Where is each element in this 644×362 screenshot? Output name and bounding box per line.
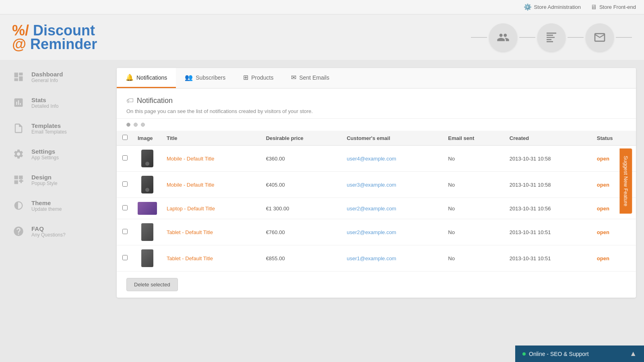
row-checkbox-3[interactable] [122, 229, 128, 234]
select-all-checkbox[interactable] [122, 135, 128, 140]
product-img-tablet [141, 249, 153, 267]
store-admin-link[interactable]: ⚙️ Store Administration [524, 3, 581, 11]
created-cell: 2013-10-31 10:51 [505, 219, 592, 245]
row-image-cell [133, 219, 162, 245]
table-row: Mobile - Default Title€360.00user4@examp… [117, 146, 636, 172]
header-line-right [568, 37, 584, 38]
col-header-customer-email: Customer's email [342, 131, 443, 146]
created-cell: 2013-10-31 10:51 [505, 245, 592, 272]
tabs: 🔔 Notifications 👥 Subscribers ⊞ Products… [117, 68, 636, 88]
stats-header-btn[interactable] [537, 23, 566, 51]
delete-selected-button[interactable]: Delete selected [126, 278, 178, 291]
logo-reminder: Reminder [26, 36, 97, 52]
sidebar-item-faq[interactable]: FAQ Any Questions? [0, 218, 109, 244]
status-cell[interactable]: open [597, 255, 609, 261]
store-frontend-link[interactable]: 🖥 Store Front-end [590, 4, 636, 11]
sidebar-settings-sub: App Settings [31, 155, 59, 160]
status-cell[interactable]: open [597, 229, 609, 235]
pagination-dots [117, 119, 636, 131]
design-icon [11, 173, 26, 187]
stats-icon [11, 95, 26, 110]
product-img-tablet [141, 223, 153, 241]
email-sent-cell: No [443, 219, 505, 245]
logo: %/ Discount @ Reminder [12, 23, 97, 52]
sidebar-faq-text: FAQ Any Questions? [31, 225, 66, 238]
main-layout: Dashboard General Info Stats Detailed In… [0, 60, 644, 362]
row-checkbox-4[interactable] [122, 255, 128, 260]
suggest-new-feature[interactable]: Suggest New Feature [620, 148, 632, 214]
sidebar-settings-title: Settings [31, 148, 59, 155]
customer-email-link[interactable]: user2@example.com [347, 206, 396, 212]
tab-products[interactable]: ⊞ Products [234, 68, 282, 88]
tab-subscribers-icon: 👥 [185, 74, 193, 81]
tab-products-label: Products [251, 74, 273, 81]
sidebar-item-theme[interactable]: Theme Update theme [0, 193, 109, 218]
sidebar-templates-sub: Email Templates [31, 129, 67, 135]
row-image-cell [133, 146, 162, 172]
notification-header: 🏷 Notification On this page you can see … [117, 88, 636, 119]
online-seo-label: Online - SEO & Support [529, 351, 589, 357]
header-line-end [616, 37, 632, 38]
row-checkbox-2[interactable] [122, 205, 128, 210]
page-dot-1[interactable] [126, 123, 130, 127]
sidebar-dashboard-title: Dashboard [31, 71, 63, 78]
sidebar-item-templates[interactable]: Templates Email Templates [0, 115, 109, 141]
created-cell: 2013-10-31 10:58 [505, 146, 592, 172]
page-dot-2[interactable] [134, 123, 138, 127]
tab-sent-emails[interactable]: ✉ Sent Emails [282, 68, 338, 88]
product-title-link[interactable]: Mobile - Default Title [167, 156, 215, 162]
expand-icon[interactable]: ▲ [630, 350, 637, 358]
product-title-link[interactable]: Laptop - Default Title [167, 206, 215, 212]
page-dot-3[interactable] [141, 123, 145, 127]
sidebar-theme-title: Theme [31, 200, 62, 206]
store-admin-label: Store Administration [534, 4, 581, 10]
product-title-link[interactable]: Tablet - Default Title [167, 255, 213, 261]
customer-email-link[interactable]: user2@example.com [347, 229, 396, 235]
row-checkbox-0[interactable] [122, 155, 128, 160]
content-card: 🔔 Notifications 👥 Subscribers ⊞ Products… [117, 68, 636, 298]
desirable-price-cell: €760.00 [261, 219, 342, 245]
customer-email-link[interactable]: user4@example.com [347, 156, 396, 162]
online-seo-bar[interactable]: Online - SEO & Support ▲ [515, 346, 644, 362]
sidebar-design-sub: Popup Style [31, 181, 58, 186]
sidebar-item-design[interactable]: Design Popup Style [0, 167, 109, 193]
logo-at: @ [12, 36, 26, 52]
table-row: Mobile - Default Title€405.00user3@examp… [117, 172, 636, 198]
row-checkbox-1[interactable] [122, 181, 128, 187]
row-image-cell [133, 172, 162, 198]
col-header-check [117, 131, 133, 146]
status-cell[interactable]: open [597, 156, 609, 162]
sidebar-stats-text: Stats Detailed Info [31, 97, 58, 109]
desirable-price-cell: €855.00 [261, 245, 342, 272]
sidebar-faq-title: FAQ [31, 225, 66, 232]
status-cell[interactable]: open [597, 206, 609, 212]
tab-subscribers[interactable]: 👥 Subscribers [176, 68, 234, 88]
table-row: Laptop - Default Title€1 300.00user2@exa… [117, 198, 636, 219]
stats-header-icon [545, 31, 558, 44]
header-line-mid [519, 37, 535, 38]
notification-desc: On this page you can see the list of not… [126, 108, 626, 114]
subscribers-header-btn[interactable] [489, 23, 517, 51]
tab-sent-emails-icon: ✉ [291, 74, 296, 81]
status-cell[interactable]: open [597, 182, 609, 188]
product-title-link[interactable]: Tablet - Default Title [167, 229, 213, 235]
notifications-header-btn[interactable] [586, 23, 614, 51]
sidebar-dashboard-sub: General Info [31, 78, 63, 83]
row-image-cell [133, 245, 162, 272]
customer-email-link[interactable]: user1@example.com [347, 255, 396, 261]
tab-notifications[interactable]: 🔔 Notifications [117, 68, 176, 88]
tab-notifications-icon: 🔔 [126, 74, 134, 81]
product-title-link[interactable]: Mobile - Default Title [167, 182, 215, 188]
table-row: Tablet - Default Title€760.00user2@examp… [117, 219, 636, 245]
sidebar-item-dashboard[interactable]: Dashboard General Info [0, 64, 109, 90]
top-bar: ⚙️ Store Administration 🖥 Store Front-en… [0, 0, 644, 14]
content-area: 🔔 Notifications 👥 Subscribers ⊞ Products… [109, 60, 644, 362]
desirable-price-cell: €360.00 [261, 146, 342, 172]
col-header-title: Title [162, 131, 261, 146]
email-sent-cell: No [443, 198, 505, 219]
sidebar-item-settings[interactable]: Settings App Settings [0, 141, 109, 167]
sidebar-faq-sub: Any Questions? [31, 232, 66, 238]
customer-email-link[interactable]: user3@example.com [347, 182, 396, 188]
notifications-table-wrapper: Image Title Desirable price Customer's e… [117, 131, 636, 272]
sidebar-item-stats[interactable]: Stats Detailed Info [0, 90, 109, 115]
